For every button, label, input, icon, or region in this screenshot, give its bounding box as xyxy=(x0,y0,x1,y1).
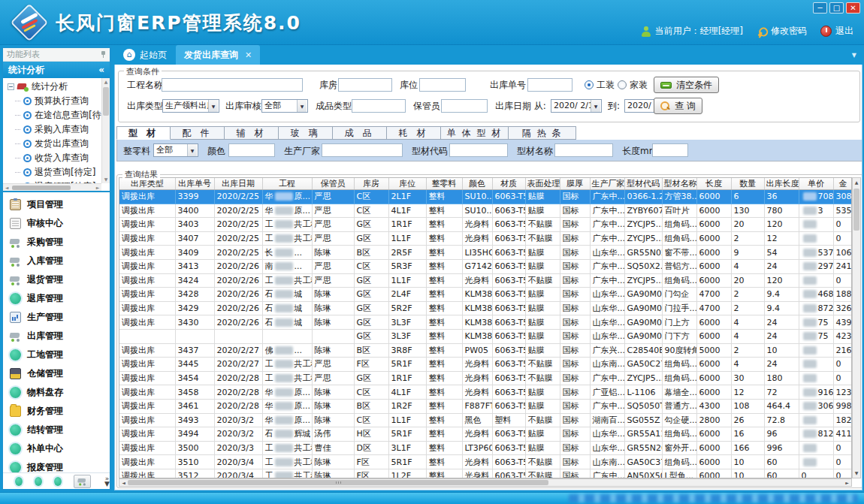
sidebar-item-cart[interactable]: 退货管理 xyxy=(3,270,110,289)
table-row[interactable]: 调拨出库34582020/2/28华原...陈琳C区4L1F整料光身料6063-… xyxy=(119,385,852,400)
column-header[interactable]: 表面处理 xyxy=(525,178,560,190)
scroll-right-icon[interactable]: ► xyxy=(94,185,101,190)
sidebar-item-circle[interactable]: 结转管理 xyxy=(3,421,110,439)
column-header[interactable]: 出库日期 xyxy=(214,178,262,190)
sidebar-item-cart[interactable]: 采购管理 xyxy=(3,233,110,252)
scroll-thumb[interactable] xyxy=(12,186,71,190)
scroll-thumb[interactable] xyxy=(128,480,548,485)
material-tab[interactable]: 成 品 xyxy=(333,126,387,140)
color-input[interactable] xyxy=(228,143,275,157)
product-type-input[interactable] xyxy=(352,99,406,113)
tree-item[interactable]: 发货出库查询 xyxy=(8,137,101,151)
sidebar-item-audit[interactable]: 审核中心 xyxy=(3,214,110,233)
whole-part-select[interactable]: 全部 xyxy=(153,143,198,157)
module-dot-icon[interactable] xyxy=(54,477,62,486)
material-tab[interactable]: 单 体 型 材 xyxy=(441,126,509,140)
order-no-input[interactable] xyxy=(527,78,572,92)
tab-close-icon[interactable]: ✕ xyxy=(245,50,252,60)
sidebar-item-folder[interactable]: 财务管理 xyxy=(3,402,110,421)
profile-name-input[interactable] xyxy=(554,143,613,157)
module-dot-icon[interactable] xyxy=(35,477,42,486)
table-row[interactable]: 调拨出库34302020/2/26石城陈琳G区3L3F整料KLM38176063… xyxy=(119,315,852,330)
sidebar-item-house[interactable]: 仓储管理 xyxy=(3,364,110,383)
tree-item[interactable]: 预算执行查询 xyxy=(8,94,101,108)
sidebar-item-circle[interactable]: 工地管理 xyxy=(3,346,110,364)
column-header[interactable]: 出库单号 xyxy=(175,178,214,190)
tree-item[interactable]: 退货查询[待定] xyxy=(8,165,101,180)
table-row[interactable]: 调拨出库35122020/3/4工共工程陈琳F区1L2F整料光身料6063-T5… xyxy=(119,469,852,478)
material-tab[interactable]: 型 材 xyxy=(116,126,171,140)
date-from-select[interactable]: 2020/ 2/16 xyxy=(551,99,602,113)
column-header[interactable]: 保管员 xyxy=(312,178,354,190)
sidebar-item-chart[interactable]: 生产管理 xyxy=(3,308,110,327)
maximize-icon[interactable]: □ xyxy=(829,2,844,14)
column-header[interactable]: 颜色 xyxy=(462,178,492,190)
table-row[interactable]: 调拨出库35002020/3/3工共工程曹佳D区3L1F整料LT3P606063… xyxy=(119,441,852,455)
column-header[interactable]: 整零料 xyxy=(426,178,462,190)
table-row[interactable]: 调拨出库34932020/3/2华原...陈琳C区1L1F整料黑色塑料不贴膜国标… xyxy=(119,413,852,427)
module-dot-icon[interactable] xyxy=(15,477,23,486)
table-row[interactable]: 调拨出库34452020/2/27工共工程严思F区5R1F整料光身料6063-T… xyxy=(119,358,852,372)
project-name-input[interactable] xyxy=(162,78,303,92)
maker-input[interactable] xyxy=(322,143,403,157)
radio-gongzhuang[interactable]: 工装 xyxy=(585,80,615,90)
column-header[interactable]: 库房 xyxy=(354,178,388,190)
table-row[interactable]: 调拨出库34132020/2/26南...严思C区5R3F整料G71422606… xyxy=(119,259,852,273)
table-row[interactable]: 调拨出库34612020/2/28华原...陈琳B区1R2F整料F887FT60… xyxy=(119,399,852,413)
length-input[interactable] xyxy=(652,143,688,157)
sidebar-item-circle[interactable]: 物料盘存 xyxy=(3,383,110,402)
radio-jiazhuang[interactable]: 家装 xyxy=(618,80,648,90)
sidebar-item-circle[interactable]: 补单中心 xyxy=(3,439,110,458)
logout-button[interactable]: 退出 xyxy=(820,25,853,38)
column-header[interactable]: 长度 xyxy=(696,178,731,190)
scroll-left-icon[interactable]: ◄ xyxy=(119,480,128,485)
tree-horizontal-scrollbar[interactable]: ◄ ► xyxy=(3,183,101,191)
scroll-up-icon[interactable]: ▲ xyxy=(102,78,110,86)
tab-home[interactable]: ⌂ 起始页 xyxy=(114,45,176,65)
column-header[interactable]: 工程 xyxy=(262,178,312,190)
scroll-down-icon[interactable]: ▼ xyxy=(102,176,110,183)
out-audit-select[interactable]: 全部 xyxy=(261,99,308,113)
column-header[interactable]: 库位 xyxy=(388,178,426,190)
column-header[interactable]: 出库长度 xyxy=(764,178,799,190)
column-header[interactable]: 金 xyxy=(833,178,852,190)
warehouse-input[interactable] xyxy=(338,78,392,92)
column-header[interactable]: 材质 xyxy=(492,178,525,190)
pin-icon[interactable] xyxy=(101,51,106,58)
tree-item[interactable]: 采购入库查询 xyxy=(8,122,101,137)
location-input[interactable] xyxy=(419,78,466,92)
column-header[interactable]: 数量 xyxy=(731,178,764,190)
table-row[interactable]: 调拨出库34372020/2/27佛...陈琳B区3R8F整料PW056063-… xyxy=(119,343,852,358)
material-tab[interactable]: 配 件 xyxy=(171,126,225,140)
stats-group-header[interactable]: 统计分析 « xyxy=(3,62,110,78)
sidebar-item-cart[interactable]: 出库管理 xyxy=(3,327,110,346)
table-row[interactable]: 调拨出库34292020/2/26石城陈琳G区5R2F整料KLM38176063… xyxy=(119,301,852,315)
table-row[interactable]: 调拨出库34032020/2/25工共工程严思G区1R1F整料光身料6063-T… xyxy=(119,218,852,232)
change-password-button[interactable]: 修改密码 xyxy=(757,25,807,38)
scroll-left-icon[interactable]: ◄ xyxy=(3,185,11,190)
out-type-select[interactable]: 生产领料出库 xyxy=(162,99,219,113)
sidebar-item-cart[interactable]: 入库管理 xyxy=(3,252,110,270)
scroll-right-icon[interactable]: ► xyxy=(843,480,851,485)
tab-shipping-outbound-query[interactable]: 发货出库查询 ✕ xyxy=(176,45,260,65)
table-row[interactable]: 调拨出库34072020/2/25工共工程严思G区1L1F整料光身料6063-T… xyxy=(119,231,852,246)
table-row[interactable]: 调拨出库34002020/2/25华原...严思C区4L1F整料SU10...6… xyxy=(119,204,852,218)
tree-root[interactable]: 统计分析 xyxy=(8,80,101,94)
keeper-input[interactable] xyxy=(441,99,488,113)
table-vertical-scrollbar[interactable]: ▲ ▼ xyxy=(852,177,861,478)
table-row[interactable]: 调拨出库34942020/3/2石辉城汤伟H区5R1F整料光身料6063-T5贴… xyxy=(119,427,852,442)
more-modules-icon[interactable]: »▼ xyxy=(104,476,110,487)
table-row[interactable]: 调拨出库34242020/2/26工共工程严思G区1L1F整料光身料6063-T… xyxy=(119,273,852,288)
material-tab[interactable]: 耗 材 xyxy=(387,126,441,140)
column-header[interactable]: 单价 xyxy=(799,178,833,190)
tree-expander-icon[interactable] xyxy=(8,83,14,90)
column-header[interactable]: 型材代码 xyxy=(624,178,662,190)
table-row[interactable]: 调拨出库34542020/2/28工共工程严思G区1R1F整料光身料6063-T… xyxy=(119,371,852,385)
table-row[interactable]: G区3L3F整料KLM38176063-T5贴膜国标山东华...GA90M09.… xyxy=(119,329,852,343)
scroll-thumb[interactable] xyxy=(103,87,109,116)
material-tab[interactable]: 辅 材 xyxy=(225,126,279,140)
tree-vertical-scrollbar[interactable]: ▲ ▼ xyxy=(101,78,110,183)
profile-code-input[interactable] xyxy=(449,143,508,157)
close-icon[interactable]: ✕ xyxy=(846,2,860,14)
column-header[interactable]: 膜厚 xyxy=(560,178,590,190)
